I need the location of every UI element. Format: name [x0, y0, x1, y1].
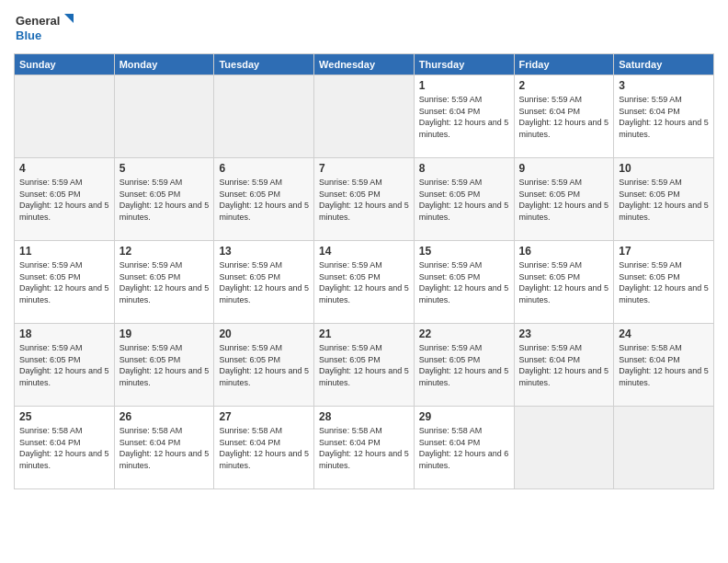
cell-info: Sunrise: 5:59 AMSunset: 6:05 PMDaylight:… [419, 177, 509, 223]
generalblue-logo-icon: General Blue [14, 9, 78, 46]
cell-info: Sunrise: 5:59 AMSunset: 6:05 PMDaylight:… [119, 177, 210, 223]
cell-info: Sunrise: 5:59 AMSunset: 6:05 PMDaylight:… [219, 342, 309, 388]
cell-info: Sunrise: 5:59 AMSunset: 6:05 PMDaylight:… [19, 342, 109, 388]
calendar-cell: 7Sunrise: 5:59 AMSunset: 6:05 PMDaylight… [314, 158, 415, 241]
logo: General Blue [14, 9, 78, 46]
calendar-cell: 11Sunrise: 5:59 AMSunset: 6:05 PMDayligh… [15, 241, 115, 324]
calendar-cell: 15Sunrise: 5:59 AMSunset: 6:05 PMDayligh… [414, 241, 514, 324]
day-number: 21 [319, 327, 409, 340]
cell-info: Sunrise: 5:59 AMSunset: 6:05 PMDaylight:… [319, 342, 409, 388]
calendar-cell: 19Sunrise: 5:59 AMSunset: 6:05 PMDayligh… [114, 324, 214, 407]
cell-info: Sunrise: 5:59 AMSunset: 6:05 PMDaylight:… [319, 259, 409, 305]
calendar-cell: 28Sunrise: 5:58 AMSunset: 6:04 PMDayligh… [314, 407, 415, 489]
calendar-cell: 2Sunrise: 5:59 AMSunset: 6:04 PMDaylight… [514, 75, 614, 158]
svg-text:Blue: Blue [16, 29, 41, 42]
day-number: 15 [419, 245, 509, 258]
weekday-header: Friday [514, 54, 614, 75]
day-number: 23 [519, 327, 609, 340]
cell-info: Sunrise: 5:59 AMSunset: 6:05 PMDaylight:… [419, 259, 509, 305]
cell-info: Sunrise: 5:59 AMSunset: 6:04 PMDaylight:… [519, 342, 609, 388]
cell-info: Sunrise: 5:58 AMSunset: 6:04 PMDaylight:… [19, 425, 109, 471]
cell-info: Sunrise: 5:59 AMSunset: 6:05 PMDaylight:… [519, 259, 609, 305]
calendar-cell: 3Sunrise: 5:59 AMSunset: 6:04 PMDaylight… [614, 75, 714, 158]
day-number: 22 [419, 327, 509, 340]
calendar-cell [114, 75, 214, 158]
cell-info: Sunrise: 5:59 AMSunset: 6:05 PMDaylight:… [219, 177, 309, 223]
day-number: 14 [319, 245, 409, 258]
calendar-cell: 16Sunrise: 5:59 AMSunset: 6:05 PMDayligh… [514, 241, 614, 324]
cell-info: Sunrise: 5:59 AMSunset: 6:05 PMDaylight:… [319, 177, 409, 223]
page: General Blue SundayMondayTuesdayWednesda… [0, 0, 728, 563]
weekday-header: Wednesday [314, 54, 415, 75]
cell-info: Sunrise: 5:58 AMSunset: 6:04 PMDaylight:… [219, 425, 309, 471]
day-number: 8 [419, 162, 509, 175]
cell-info: Sunrise: 5:58 AMSunset: 6:04 PMDaylight:… [319, 425, 409, 471]
cell-info: Sunrise: 5:59 AMSunset: 6:05 PMDaylight:… [219, 259, 309, 305]
calendar-cell: 17Sunrise: 5:59 AMSunset: 6:05 PMDayligh… [614, 241, 714, 324]
calendar: SundayMondayTuesdayWednesdayThursdayFrid… [14, 53, 714, 489]
calendar-cell: 20Sunrise: 5:59 AMSunset: 6:05 PMDayligh… [214, 324, 314, 407]
calendar-cell [614, 407, 714, 489]
calendar-cell [214, 75, 314, 158]
svg-marker-3 [64, 14, 74, 23]
day-number: 18 [19, 327, 109, 340]
calendar-cell: 26Sunrise: 5:58 AMSunset: 6:04 PMDayligh… [114, 407, 214, 489]
cell-info: Sunrise: 5:59 AMSunset: 6:05 PMDaylight:… [619, 259, 709, 305]
cell-info: Sunrise: 5:59 AMSunset: 6:05 PMDaylight:… [119, 259, 210, 305]
header: General Blue [14, 9, 714, 46]
calendar-cell [314, 75, 415, 158]
day-number: 26 [119, 410, 210, 423]
cell-info: Sunrise: 5:58 AMSunset: 6:04 PMDaylight:… [119, 425, 210, 471]
day-number: 6 [219, 162, 309, 175]
calendar-cell: 23Sunrise: 5:59 AMSunset: 6:04 PMDayligh… [514, 324, 614, 407]
day-number: 11 [19, 245, 109, 258]
calendar-cell [15, 75, 115, 158]
day-number: 19 [119, 327, 210, 340]
day-number: 29 [419, 410, 509, 423]
weekday-header: Sunday [15, 54, 115, 75]
calendar-cell: 4Sunrise: 5:59 AMSunset: 6:05 PMDaylight… [15, 158, 115, 241]
calendar-cell: 12Sunrise: 5:59 AMSunset: 6:05 PMDayligh… [114, 241, 214, 324]
calendar-cell: 8Sunrise: 5:59 AMSunset: 6:05 PMDaylight… [414, 158, 514, 241]
weekday-header: Monday [114, 54, 214, 75]
cell-info: Sunrise: 5:58 AMSunset: 6:04 PMDaylight:… [619, 342, 709, 388]
weekday-header: Tuesday [214, 54, 314, 75]
day-number: 13 [219, 245, 309, 258]
cell-info: Sunrise: 5:59 AMSunset: 6:04 PMDaylight:… [619, 94, 709, 140]
calendar-cell [514, 407, 614, 489]
calendar-cell: 18Sunrise: 5:59 AMSunset: 6:05 PMDayligh… [15, 324, 115, 407]
day-number: 20 [219, 327, 309, 340]
day-number: 17 [619, 245, 709, 258]
cell-info: Sunrise: 5:58 AMSunset: 6:04 PMDaylight:… [419, 425, 509, 471]
day-number: 2 [519, 79, 609, 92]
calendar-cell: 6Sunrise: 5:59 AMSunset: 6:05 PMDaylight… [214, 158, 314, 241]
calendar-cell: 21Sunrise: 5:59 AMSunset: 6:05 PMDayligh… [314, 324, 415, 407]
day-number: 16 [519, 245, 609, 258]
cell-info: Sunrise: 5:59 AMSunset: 6:05 PMDaylight:… [19, 177, 109, 223]
day-number: 9 [519, 162, 609, 175]
day-number: 25 [19, 410, 109, 423]
day-number: 3 [619, 79, 709, 92]
cell-info: Sunrise: 5:59 AMSunset: 6:05 PMDaylight:… [519, 177, 609, 223]
day-number: 1 [419, 79, 509, 92]
cell-info: Sunrise: 5:59 AMSunset: 6:05 PMDaylight:… [19, 259, 109, 305]
day-number: 27 [219, 410, 309, 423]
calendar-cell: 27Sunrise: 5:58 AMSunset: 6:04 PMDayligh… [214, 407, 314, 489]
calendar-cell: 24Sunrise: 5:58 AMSunset: 6:04 PMDayligh… [614, 324, 714, 407]
calendar-cell: 13Sunrise: 5:59 AMSunset: 6:05 PMDayligh… [214, 241, 314, 324]
calendar-cell: 1Sunrise: 5:59 AMSunset: 6:04 PMDaylight… [414, 75, 514, 158]
svg-text:General: General [16, 14, 60, 28]
day-number: 24 [619, 327, 709, 340]
day-number: 28 [319, 410, 409, 423]
day-number: 5 [119, 162, 210, 175]
cell-info: Sunrise: 5:59 AMSunset: 6:04 PMDaylight:… [519, 94, 609, 140]
cell-info: Sunrise: 5:59 AMSunset: 6:05 PMDaylight:… [619, 177, 709, 223]
calendar-cell: 25Sunrise: 5:58 AMSunset: 6:04 PMDayligh… [15, 407, 115, 489]
calendar-cell: 14Sunrise: 5:59 AMSunset: 6:05 PMDayligh… [314, 241, 415, 324]
cell-info: Sunrise: 5:59 AMSunset: 6:04 PMDaylight:… [419, 94, 509, 140]
day-number: 12 [119, 245, 210, 258]
calendar-cell: 5Sunrise: 5:59 AMSunset: 6:05 PMDaylight… [114, 158, 214, 241]
day-number: 10 [619, 162, 709, 175]
day-number: 4 [19, 162, 109, 175]
calendar-cell: 29Sunrise: 5:58 AMSunset: 6:04 PMDayligh… [414, 407, 514, 489]
